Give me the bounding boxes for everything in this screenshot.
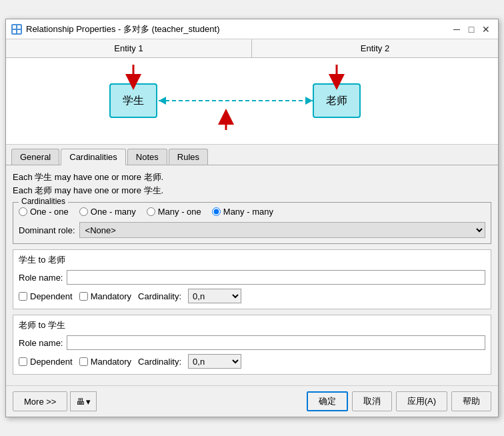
button-bar: More >> 🖶 ▾ 确定 取消 应用(A) 帮助 [6, 385, 498, 417]
cardinalities-label: Cardinalities [19, 197, 68, 206]
red-arrows [6, 58, 498, 144]
section2-cardinality-label: Cardinality: [138, 357, 181, 367]
radio-one-one-label: One - one [30, 207, 69, 217]
svg-marker-6 [305, 97, 313, 105]
description: Each 学生 may have one or more 老师. Each 老师… [13, 171, 491, 197]
dominant-row: Dominant role: <None> [19, 222, 485, 238]
entity2-box: 老师 [313, 83, 361, 118]
maximize-button[interactable]: □ [465, 23, 478, 36]
main-window: Relationship Properties - 多对多 (teacher_s… [5, 19, 499, 417]
entity-header: Entity 1 Entity 2 [6, 39, 498, 58]
entity2-header: Entity 2 [252, 39, 498, 57]
radio-many-one-label: Many - one [158, 207, 201, 217]
diagram-area: 学生 老师 [6, 58, 498, 145]
radio-many-many-input[interactable] [212, 207, 221, 216]
section2-dependent-cb[interactable] [19, 357, 27, 366]
section1-mandatory-label: Mandatory [91, 291, 131, 301]
tab-cardinalities[interactable]: Cardinalities [61, 149, 126, 165]
more-button[interactable]: More >> [13, 391, 67, 411]
section2-mandatory-cb[interactable] [79, 357, 88, 366]
svg-rect-0 [13, 25, 16, 29]
window-title: Relationship Properties - 多对多 (teacher_s… [26, 23, 219, 35]
radio-one-many[interactable]: One - many [79, 207, 136, 217]
radio-many-many-label: Many - many [223, 207, 273, 217]
section2-role-label: Role name: [19, 338, 63, 348]
section1-dependent-label: Dependent [30, 291, 73, 301]
apply-button[interactable]: 应用(A) [396, 391, 447, 411]
radio-one-many-label: One - many [91, 207, 136, 217]
svg-marker-5 [159, 97, 166, 105]
section1-mandatory[interactable]: Mandatory [79, 291, 131, 301]
section2-dependent[interactable]: Dependent [19, 357, 73, 367]
section1-role-row: Role name: [19, 270, 485, 285]
dominant-role-select[interactable]: <None> [79, 222, 485, 238]
title-bar: Relationship Properties - 多对多 (teacher_s… [6, 19, 498, 39]
minimize-button[interactable]: ─ [450, 23, 463, 36]
tab-rules[interactable]: Rules [169, 149, 208, 165]
desc-line1: Each 学生 may have one or more 老师. [13, 171, 491, 184]
radio-one-one-input[interactable] [19, 207, 27, 216]
svg-rect-2 [17, 25, 21, 29]
section2-title: 老师 to 学生 [19, 319, 485, 331]
print-icon: 🖶 [76, 397, 85, 407]
section2-mandatory-label: Mandatory [91, 357, 131, 367]
window-icon [11, 24, 22, 35]
radio-many-many[interactable]: Many - many [212, 207, 273, 217]
red-arrows-ext [6, 58, 498, 144]
section1-box: 学生 to 老师 Role name: Dependent Mandatory … [13, 249, 491, 309]
print-dropdown-icon: ▾ [86, 397, 91, 407]
svg-rect-1 [17, 30, 21, 33]
tab-general[interactable]: General [11, 149, 59, 165]
entity1-box: 学生 [109, 83, 157, 118]
section2-box: 老师 to 学生 Role name: Dependent Mandatory … [13, 315, 491, 375]
section2-role-input[interactable] [67, 335, 485, 350]
section2-dependent-label: Dependent [30, 357, 73, 367]
radio-row: One - one One - many Many - one Many - m… [19, 207, 485, 217]
section2-mandatory[interactable]: Mandatory [79, 357, 131, 367]
cancel-button[interactable]: 取消 [352, 391, 392, 411]
section1-cardinality-select[interactable]: 0,n [188, 289, 241, 303]
connector-svg [6, 58, 498, 144]
section1-cardinality-label: Cardinality: [138, 291, 181, 301]
radio-many-one[interactable]: Many - one [147, 207, 201, 217]
section1-checkbox-row: Dependent Mandatory Cardinality: 0,n [19, 289, 485, 303]
section1-role-input[interactable] [67, 270, 485, 285]
entity1-label: 学生 [123, 94, 144, 108]
section2-role-row: Role name: [19, 335, 485, 350]
tab-notes[interactable]: Notes [127, 149, 167, 165]
help-button[interactable]: 帮助 [451, 391, 491, 411]
svg-rect-3 [13, 30, 16, 33]
section2-cardinality-select[interactable]: 0,n [188, 354, 241, 369]
content-area: Each 学生 may have one or more 老师. Each 老师… [6, 165, 498, 385]
desc-line2: Each 老师 may have one or more 学生. [13, 184, 491, 197]
tabs-bar: General Cardinalities Notes Rules [6, 145, 498, 165]
entity2-label: 老师 [326, 94, 347, 108]
dominant-role-label: Dominant role: [19, 225, 75, 235]
ok-button[interactable]: 确定 [307, 391, 348, 411]
section1-title: 学生 to 老师 [19, 254, 485, 266]
entity1-header: Entity 1 [6, 39, 252, 57]
print-button[interactable]: 🖶 ▾ [70, 391, 97, 411]
section2-checkbox-row: Dependent Mandatory Cardinality: 0,n [19, 354, 485, 369]
section1-mandatory-cb[interactable] [79, 292, 88, 301]
close-button[interactable]: ✕ [479, 23, 493, 36]
section1-dependent[interactable]: Dependent [19, 291, 73, 301]
cardinalities-group: Cardinalities One - one One - many Many … [13, 202, 491, 244]
radio-many-one-input[interactable] [147, 207, 155, 216]
radio-one-one[interactable]: One - one [19, 207, 69, 217]
section1-role-label: Role name: [19, 273, 63, 283]
radio-one-many-input[interactable] [79, 207, 88, 216]
section1-dependent-cb[interactable] [19, 292, 27, 301]
